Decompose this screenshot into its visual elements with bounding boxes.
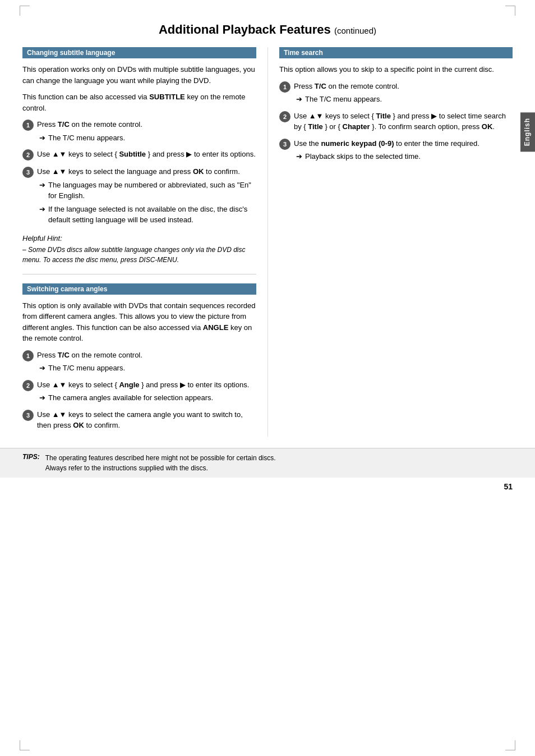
time-search-header: Time search: [279, 47, 513, 58]
angle-option: Angle: [119, 381, 139, 389]
arrow-icon-cam-1: ➔: [39, 363, 45, 374]
step-3-arrow-1: ➔ The languages may be numbered or abbre…: [39, 180, 256, 201]
tips-content: The operating features described here mi…: [45, 453, 276, 473]
tips-line2: Always refer to the instructions supplie…: [45, 463, 276, 473]
arrow-icon-3a: ➔: [39, 180, 45, 191]
time-step-3: 3 Use the numeric keypad (0-9) to enter …: [279, 138, 513, 162]
cam-step-2-arrow-text: The camera angles available for selectio…: [48, 392, 213, 404]
time-step-1-arrow: ➔ The T/C menu appears.: [296, 94, 513, 105]
time-step-3-arrow: ➔ Playback skips to the selected time.: [296, 151, 513, 162]
subtitle-intro2: This function can be also accessed via S…: [22, 91, 256, 113]
page-wrapper: English Additional Playback Features (co…: [0, 0, 535, 756]
corner-br: [505, 740, 515, 750]
arrow-icon-time-3: ➔: [296, 151, 302, 162]
divider-1: [22, 274, 256, 274]
tc-key-time: T/C: [315, 82, 326, 90]
chapter-option: Chapter: [343, 122, 370, 131]
numeric-keypad: numeric keypad (0-9): [321, 139, 394, 148]
tips-line1: The operating features described here mi…: [45, 453, 276, 463]
tips-bar: TIPS: The operating features described h…: [0, 448, 535, 478]
cam-step-3-content: Use ▲▼ keys to select the camera angle y…: [37, 409, 256, 431]
right-column: Time search This option allows you to sk…: [268, 47, 513, 437]
arrow-icon-time-1: ➔: [296, 94, 302, 105]
step-3-arrow-2: ➔ If the language selected is not availa…: [39, 204, 256, 226]
arrow-icon-cam-2: ➔: [39, 392, 45, 404]
step-3-arrow-text-2: If the language selected is not availabl…: [48, 204, 256, 226]
ok-key-1: OK: [193, 167, 204, 176]
step-2-content: Use ▲▼ keys to select { Subtitle } and p…: [37, 149, 256, 160]
subtitle-intro2-text: This function can be also accessed via: [22, 93, 147, 101]
time-step-1-content: Press T/C on the remote control. ➔ The T…: [294, 81, 513, 105]
cam-step-1-content: Press T/C on the remote control. ➔ The T…: [37, 350, 256, 374]
time-step-circle-2: 2: [279, 111, 290, 122]
page-title: Additional Playback Features (continued): [0, 17, 535, 37]
step-circle-1: 1: [22, 120, 34, 131]
language-tab: English: [520, 112, 535, 152]
section-time-search: Time search This option allows you to sk…: [279, 47, 513, 162]
camera-intro: This option is only available with DVDs …: [22, 300, 256, 344]
subtitle-step-3: 3 Use ▲▼ keys to select the language and…: [22, 166, 256, 226]
content-area: Changing subtitle language This operatio…: [22, 47, 513, 437]
section-camera-angles: Switching camera angles This option is o…: [22, 283, 256, 431]
corner-tl: [20, 6, 30, 16]
corner-bl: [20, 740, 30, 750]
subtitle-language-header: Changing subtitle language: [22, 47, 256, 58]
tc-key-cam: T/C: [58, 351, 70, 359]
time-step-2: 2 Use ▲▼ keys to select { Title } and pr…: [279, 111, 513, 132]
section-subtitle-language: Changing subtitle language This operatio…: [22, 47, 256, 265]
subtitle-key: SUBTITLE: [149, 93, 185, 101]
step-1-arrow-text: The T/C menu appears.: [48, 132, 125, 144]
cam-step-1-arrow: ➔ The T/C menu appears.: [39, 363, 256, 374]
camera-step-2: 2 Use ▲▼ keys to select { Angle } and pr…: [22, 379, 256, 404]
page-number: 51: [0, 478, 535, 496]
ok-key-cam: OK: [73, 421, 84, 429]
page-title-main: Additional Playback Features: [159, 22, 331, 36]
cam-step-2-content: Use ▲▼ keys to select { Angle } and pres…: [37, 379, 256, 404]
subtitle-intro: This operation works only on DVDs with m…: [22, 64, 256, 86]
arrow-icon-1: ➔: [39, 132, 45, 144]
tc-key: T/C: [58, 120, 70, 129]
time-step-circle-3: 3: [279, 139, 290, 150]
step-3-arrow-text-1: The languages may be numbered or abbrevi…: [48, 180, 256, 201]
camera-step-1: 1 Press T/C on the remote control. ➔ The…: [22, 350, 256, 374]
title-option-2: Title: [308, 122, 323, 131]
time-step-3-arrow-text: Playback skips to the selected time.: [305, 151, 421, 162]
time-step-2-content: Use ▲▼ keys to select { Title } and pres…: [294, 111, 513, 132]
cam-step-1-arrow-text: The T/C menu appears.: [48, 363, 125, 374]
title-option: Title: [376, 112, 391, 120]
subtitle-step-2: 2 Use ▲▼ keys to select { Subtitle } and…: [22, 149, 256, 161]
tips-label: TIPS:: [22, 453, 40, 461]
time-intro: This option allows you to skip to a spec…: [279, 64, 513, 75]
cam-step-circle-2: 2: [22, 380, 34, 391]
ok-key-time: OK: [482, 122, 493, 131]
camera-step-3: 3 Use ▲▼ keys to select the camera angle…: [22, 409, 256, 431]
arrow-icon-3b: ➔: [39, 204, 45, 215]
hint-text: – Some DVDs discs allow subtitle languag…: [22, 245, 256, 265]
step-circle-3: 3: [22, 167, 34, 178]
subtitle-option: Subtitle: [119, 150, 146, 158]
time-step-3-content: Use the numeric keypad (0-9) to enter th…: [294, 138, 513, 162]
cam-step-circle-3: 3: [22, 410, 34, 421]
helpful-hint: Helpful Hint: – Some DVDs discs allow su…: [22, 234, 256, 265]
cam-step-circle-1: 1: [22, 350, 34, 361]
hint-title: Helpful Hint:: [22, 234, 256, 242]
time-step-circle-1: 1: [279, 81, 290, 93]
left-column: Changing subtitle language This operatio…: [22, 47, 268, 437]
page-title-continued: (continued): [334, 26, 376, 35]
step-3-content: Use ▲▼ keys to select the language and p…: [37, 166, 256, 226]
time-step-1-arrow-text: The T/C menu appears.: [305, 94, 382, 105]
time-step-1: 1 Press T/C on the remote control. ➔ The…: [279, 81, 513, 105]
subtitle-step-1: 1 Press T/C on the remote control. ➔ The…: [22, 119, 256, 143]
camera-angles-header: Switching camera angles: [22, 283, 256, 295]
step-1-arrow: ➔ The T/C menu appears.: [39, 132, 256, 144]
step-1-content: Press T/C on the remote control. ➔ The T…: [37, 119, 256, 143]
cam-step-2-arrow: ➔ The camera angles available for select…: [39, 392, 256, 404]
angle-key: ANGLE: [203, 323, 229, 332]
step-circle-2: 2: [22, 149, 34, 161]
corner-tr: [505, 6, 515, 16]
